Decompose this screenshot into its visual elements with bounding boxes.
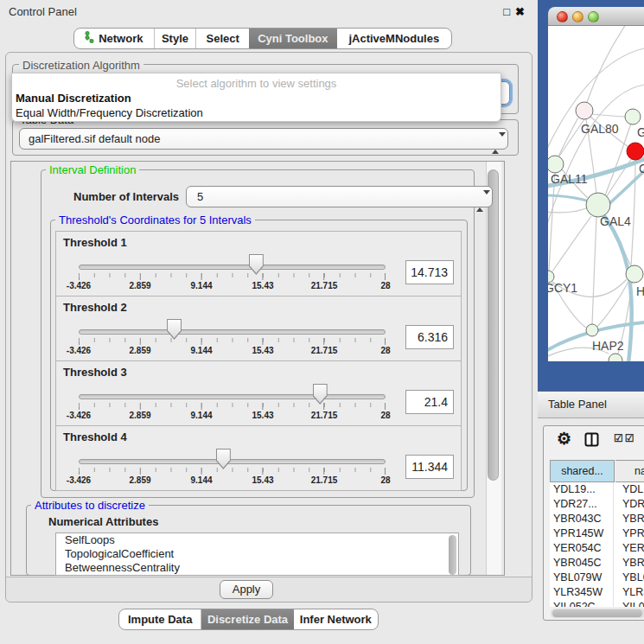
column-header-shared[interactable]: shared... (550, 460, 615, 482)
network-canvas[interactable]: GAL80 GA C GAL11 GAL4 GCY1 H HAP2 (548, 26, 644, 361)
close-traffic-light-icon[interactable] (557, 11, 568, 22)
tab-impute-data-label: Impute Data (128, 613, 192, 626)
select-columns-checkboxes-icon[interactable]: ☑☑ (614, 432, 636, 444)
threshold-3-row: Threshold 3 -3.4262.8599.14415.4321.7152… (55, 360, 462, 426)
tab-cyni-toolbox[interactable]: Cyni Toolbox (249, 29, 337, 48)
attributes-group-title: Attributes to discretize (31, 499, 149, 512)
gear-icon[interactable]: ⚙ (557, 429, 571, 449)
node-gal4[interactable] (586, 193, 610, 217)
threshold-3-slider-handle[interactable] (313, 384, 328, 405)
threshold-1-label: Threshold 1 (63, 236, 127, 249)
discretization-algorithm-title: Discretization Algorithm (19, 59, 143, 72)
zoom-traffic-light-icon[interactable] (588, 11, 599, 22)
cyni-mode-tabs: Impute Data Discretize Data Infer Networ… (118, 609, 379, 630)
minimize-traffic-light-icon[interactable] (572, 11, 583, 22)
slider-tick-labels: -3.4262.8599.14415.4321.71528 (79, 281, 386, 292)
list-item[interactable]: BetweennessCentrality (56, 561, 458, 575)
node-gal80[interactable] (576, 102, 593, 119)
threshold-1-slider-handle[interactable] (249, 254, 264, 275)
thresholds-group-title: Threshold's Coordinates for 5 Intervals (55, 214, 255, 226)
tab-jactivemnodules[interactable]: jActiveMNodules (337, 29, 451, 48)
label-cut-top-right: GA (637, 125, 644, 139)
node-top-right[interactable] (625, 109, 641, 124)
label-gal4: GAL4 (600, 214, 631, 228)
label-gal80: GAL80 (581, 122, 619, 136)
list-item[interactable]: TopologicalCoefficient (56, 547, 458, 561)
node-right-low[interactable] (626, 265, 643, 283)
node-hap2[interactable] (586, 324, 598, 336)
tab-discretize-data[interactable]: Discretize Data (201, 609, 293, 629)
column-header-name[interactable]: na (615, 460, 644, 482)
threshold-2-value-field[interactable]: 6.316 (405, 325, 454, 349)
network-window-titlebar[interactable] (548, 7, 644, 26)
node-bottom[interactable] (609, 354, 622, 361)
tab-style[interactable]: Style (155, 29, 197, 48)
numerical-attributes-list[interactable]: SelfLoops TopologicalCoefficient Between… (55, 532, 459, 576)
tab-select-label: Select (207, 32, 239, 45)
tab-network[interactable]: Network (74, 29, 155, 48)
spinner-arrows-icon (476, 191, 484, 203)
number-of-intervals-label: Number of Intervals (73, 190, 179, 203)
table-data-combobox[interactable]: galFiltered.sif default node (19, 128, 508, 150)
tab-network-label: Network (99, 32, 143, 45)
apply-button[interactable]: Apply (220, 580, 273, 599)
list-item[interactable]: SelfLoops (56, 533, 458, 547)
threshold-1-value-field[interactable]: 14.713 (405, 260, 454, 284)
label-gal11: GAL11 (551, 172, 588, 186)
tab-jactivemnodules-label: jActiveMNodules (348, 32, 439, 45)
label-gcy1: GCY1 (548, 281, 577, 295)
columns-icon[interactable] (584, 432, 599, 450)
table-row[interactable]: YDL19...YDL1 (550, 482, 644, 497)
tab-discretize-data-label: Discretize Data (207, 613, 288, 626)
combo-arrows-icon (492, 133, 500, 145)
close-window-icon[interactable]: ✖ (515, 5, 530, 18)
table-rows[interactable]: YDL19...YDL1 YDR27...YDR2 YBR043CYBR0 YP… (550, 482, 644, 607)
threshold-2-row: Threshold 2 -3.4262.8599.14415.4321.7152… (55, 296, 462, 361)
vertical-scrollbar-thumb[interactable] (488, 169, 499, 481)
window-controls: □✖ (503, 5, 530, 18)
node-gal11[interactable] (548, 156, 564, 173)
numerical-attributes-label: Numerical Attributes (48, 515, 158, 528)
network-icon (85, 31, 94, 46)
table-row[interactable]: YBL079WYBL0 (550, 571, 644, 585)
threshold-4-label: Threshold 4 (63, 430, 127, 443)
float-window-icon[interactable]: □ (503, 5, 515, 18)
table-row[interactable]: YIL052CYIL0 (550, 600, 644, 607)
label-cut-mid-right: C (639, 162, 644, 175)
tab-cyni-toolbox-label: Cyni Toolbox (258, 32, 328, 45)
control-panel-tabs: Network Style Select Cyni Toolbox jActiv… (73, 28, 452, 49)
threshold-2-label: Threshold 2 (63, 301, 127, 314)
label-cut-low-right: H (636, 284, 644, 298)
slider-tick-labels: -3.4262.8599.14415.4321.71528 (79, 475, 386, 487)
threshold-4-value-field[interactable]: 11.344 (405, 455, 454, 479)
interval-definition-title: Interval Definition (46, 163, 139, 176)
number-of-intervals-value: 5 (197, 190, 203, 203)
threshold-2-slider-handle[interactable] (167, 319, 182, 340)
threshold-3-value-field[interactable]: 21.4 (405, 390, 454, 414)
table-row[interactable]: YBR045CYBR0 (550, 556, 644, 571)
threshold-4-slider-handle[interactable] (216, 449, 231, 469)
horizontal-scrollbar-thumb[interactable] (552, 609, 642, 617)
threshold-3-label: Threshold 3 (63, 366, 127, 379)
slider-tick-labels: -3.4262.8599.14415.4321.71528 (79, 346, 386, 357)
table-row[interactable]: YPR145WYPR1 (550, 526, 644, 541)
table-row[interactable]: YER054CYER0 (550, 541, 644, 556)
list-scrollbar-thumb[interactable] (449, 535, 456, 575)
dropdown-option-equal-width[interactable]: Equal Width/Frequency Discretization (12, 105, 501, 120)
tab-style-label: Style (162, 32, 188, 45)
table-row[interactable]: YBR043CYBR0 (550, 512, 644, 526)
dropdown-prompt-item[interactable]: Select algorithm to view settings (12, 73, 501, 91)
table-row[interactable]: YLR345WYLR3 (550, 585, 644, 600)
tab-impute-data[interactable]: Impute Data (119, 609, 201, 629)
tab-infer-network[interactable]: Infer Network (294, 609, 378, 629)
number-of-intervals-spinner[interactable]: 5 (186, 186, 493, 207)
dropdown-option-manual[interactable]: Manual Discretization (12, 91, 501, 105)
table-panel-title: Table Panel (548, 398, 607, 411)
table-row[interactable]: YDR27...YDR2 (550, 497, 644, 512)
tab-select[interactable]: Select (196, 29, 249, 48)
tab-infer-network-label: Infer Network (300, 613, 372, 626)
threshold-1-row: Threshold 1 -3.4262.8599.14415.4321.7152… (55, 231, 462, 296)
node-selected-red[interactable] (627, 143, 644, 160)
label-hap2: HAP2 (592, 339, 624, 353)
table-data-value: galFiltered.sif default node (29, 132, 160, 145)
